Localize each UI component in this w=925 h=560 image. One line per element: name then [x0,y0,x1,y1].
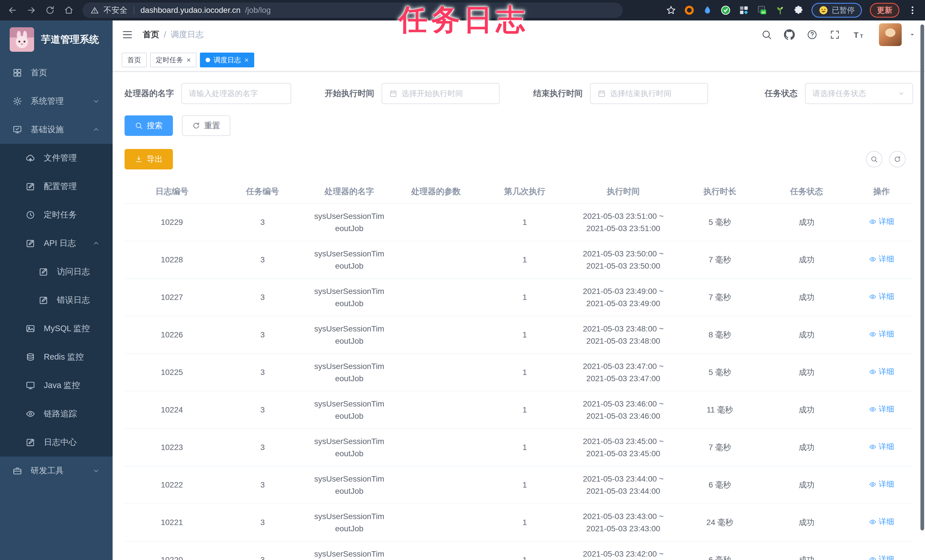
sidebar-item-label: 研发工具 [31,465,64,476]
cell-duration: 8 毫秒 [676,316,763,354]
detail-link-label: 详细 [879,479,894,490]
sidebar-item-access-logs[interactable]: 访问日志 [0,257,113,286]
sidebar-item-infrastructure[interactable]: 基础设施 [0,115,113,144]
sidebar-item-log-center[interactable]: 日志中心 [0,428,113,456]
cell-execute-time: 2021-05-03 23:43:00 ~2021-05-03 23:43:00 [570,504,676,541]
cell-status: 成功 [763,429,850,466]
detail-link[interactable]: 详细 [869,366,894,378]
github-icon[interactable] [784,29,795,40]
caret-down-icon[interactable] [908,31,916,38]
help-icon[interactable] [807,29,818,40]
tab-scheduled-tasks[interactable]: 定时任务× [150,53,196,67]
sidebar-item-redis-monitor[interactable]: Redis 监控 [0,343,113,371]
reload-icon[interactable] [45,5,55,15]
detail-link[interactable]: 详细 [869,403,894,415]
sidebar-item-scheduled-tasks[interactable]: 定时任务 [0,201,113,229]
sidebar-item-error-logs[interactable]: 错误日志 [0,286,113,315]
bookmark-star-icon[interactable] [666,5,676,15]
reset-button[interactable]: 重置 [182,115,230,136]
handler-name-input[interactable]: 请输入处理器的名字 [181,83,291,104]
sidebar-item-label: 日志中心 [44,437,77,448]
cell-log-id: 10223 [125,429,219,466]
select-arrow-icon [897,89,905,98]
sidebar-item-config-management[interactable]: 配置管理 [0,172,113,201]
sidebar-item-trace[interactable]: 链路追踪 [0,400,113,428]
tab-label: 定时任务 [156,56,183,65]
tab-job-log[interactable]: 调度日志× [200,53,254,67]
sidebar-item-system-management[interactable]: 系统管理 [0,87,113,115]
cell-handler-name: sysUserSessionTimeoutJob [306,541,393,560]
cell-execute-index: 1 [479,466,570,504]
table-row: 102283sysUserSessionTimeoutJob12021-05-0… [125,241,913,278]
cell-execute-index: 1 [479,504,570,541]
sidebar-item-dev-tools[interactable]: 研发工具 [0,456,113,485]
grid-extension-icon[interactable] [739,5,749,15]
detail-link[interactable]: 详细 [869,479,894,490]
detail-link[interactable]: 详细 [869,216,894,228]
tab-label: 首页 [127,56,141,65]
browser-menu-icon[interactable] [907,5,917,15]
detail-link-label: 详细 [879,441,894,453]
emoji-face-icon [819,5,828,15]
sidebar-item-label: 定时任务 [44,209,77,221]
on-badge-icon[interactable]: on [757,5,767,15]
back-icon[interactable] [8,5,18,15]
sidebar-item-file-management[interactable]: 文件管理 [0,144,113,172]
export-button[interactable]: 导出 [125,149,173,169]
refresh-table-button[interactable] [889,151,905,167]
cell-handler-name: sysUserSessionTimeoutJob [306,391,393,429]
green-v-icon[interactable] [720,5,731,15]
detail-link-label: 详细 [879,216,894,228]
detail-link-label: 详细 [879,328,894,340]
cell-actions: 详细 [850,429,913,466]
hamburger-icon[interactable] [122,29,133,41]
sidebar-item-api-logs[interactable]: API 日志 [0,229,113,257]
search-button[interactable]: 搜索 [125,115,173,136]
page-scrollbar[interactable] [920,24,924,530]
detail-link[interactable]: 详细 [869,291,894,303]
sidebar-item-mysql-monitor[interactable]: MySQL 监控 [0,315,113,343]
detail-link[interactable]: 详细 [869,253,894,265]
fullscreen-icon[interactable] [829,29,840,40]
address-bar[interactable]: 不安全 dashboard.yudao.iocoder.cn /job/log [83,3,623,18]
cell-handler-param [393,316,479,354]
breadcrumb-home[interactable]: 首页 [143,29,159,41]
green-sprout-icon[interactable] [775,5,785,15]
detail-link[interactable]: 详细 [869,516,894,528]
home-icon[interactable] [64,5,74,15]
detail-link[interactable]: 详细 [869,328,894,340]
close-icon[interactable]: × [187,56,191,64]
task-status-input[interactable]: 请选择任务状态 [805,83,913,104]
table-row: 102233sysUserSessionTimeoutJob12021-05-0… [125,429,913,466]
start-time-input[interactable]: 选择开始执行时间 [382,83,500,104]
toggle-search-button[interactable] [866,151,882,167]
cell-status: 成功 [763,316,850,354]
cell-duration: 7 毫秒 [676,278,763,316]
detail-link[interactable]: 详细 [869,441,894,453]
main-area: 首页 / 调度日志 TT 首页定时任务×调度日志× 处理器的名字请输入处理器的名… [113,21,925,560]
end-time-input[interactable]: 选择结束执行时间 [590,83,708,104]
detail-link[interactable]: 详细 [869,554,894,560]
paused-badge[interactable]: 已暂停 [812,3,862,18]
sidebar-item-java-monitor[interactable]: Java 监控 [0,371,113,400]
sidebar-item-label: API 日志 [44,238,76,249]
font-size-icon[interactable]: TT [852,29,867,40]
puzzle-icon[interactable] [793,5,804,15]
close-icon[interactable]: × [244,56,249,64]
search-icon[interactable] [761,29,772,40]
tab-home[interactable]: 首页 [122,53,147,67]
breadcrumb-separator: / [164,30,166,39]
input-placeholder: 选择结束执行时间 [610,89,671,99]
filter-handler-name: 处理器的名字请输入处理器的名字 [125,83,291,104]
forward-icon[interactable] [26,5,36,15]
app-logo[interactable]: 芋道管理系统 [0,21,113,59]
update-button[interactable]: 更新 [870,3,899,18]
sidebar-item-home[interactable]: 首页 [0,59,113,87]
cell-execute-time: 2021-05-03 23:51:00 ~2021-05-03 23:51:00 [570,203,676,241]
blue-drop-icon[interactable] [702,5,713,15]
user-avatar[interactable] [879,23,902,46]
image-icon [26,324,35,333]
orange-ring-icon[interactable] [684,5,695,15]
update-button-label: 更新 [877,5,892,15]
table-tools [866,151,905,167]
